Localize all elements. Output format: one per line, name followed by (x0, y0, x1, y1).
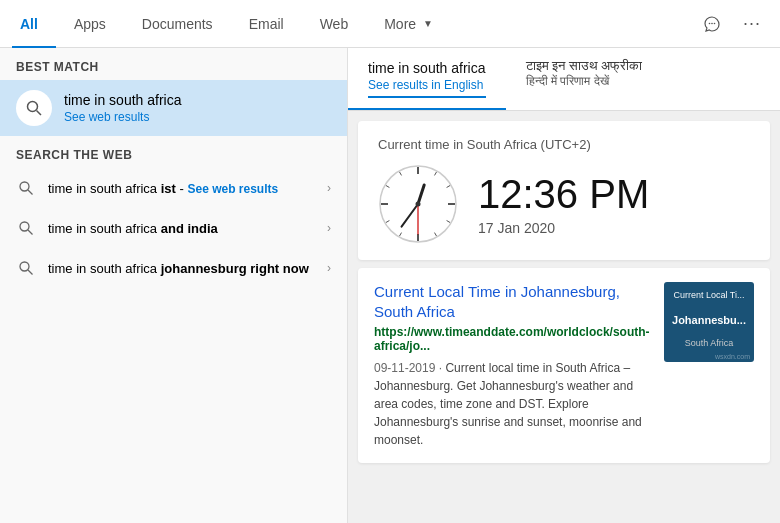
svg-point-9 (20, 262, 29, 271)
tab-query: time in south africa (368, 60, 486, 76)
suggestion-item-3[interactable]: time in south africa johannesburg right … (0, 248, 347, 288)
web-result-url: https://www.timeanddate.com/worldclock/s… (374, 325, 652, 353)
svg-point-0 (709, 22, 711, 24)
svg-point-7 (20, 222, 29, 231)
svg-point-27 (416, 202, 421, 207)
svg-line-8 (28, 230, 33, 235)
svg-line-10 (28, 270, 33, 275)
suggestion-text-2: time in south africa and india (48, 221, 315, 236)
svg-point-3 (28, 102, 38, 112)
clock-card: Current time in South Africa (UTC+2) (358, 121, 770, 260)
chevron-right-icon-3: › (327, 261, 331, 275)
svg-point-1 (711, 22, 713, 24)
search-icon (16, 90, 52, 126)
clock-time: 12:36 PM (478, 172, 649, 216)
tab-all[interactable]: All (12, 0, 56, 48)
chevron-down-icon: ▼ (423, 18, 433, 29)
svg-point-5 (20, 182, 29, 191)
suggestion-item-1[interactable]: time in south africa ist - See web resul… (0, 168, 347, 208)
svg-line-4 (37, 111, 42, 116)
suggestion-text-1: time in south africa ist - See web resul… (48, 181, 315, 196)
search-icon-suggestion-2 (16, 218, 36, 238)
tab-documents[interactable]: Documents (124, 0, 231, 48)
suggestion-item-2[interactable]: time in south africa and india › (0, 208, 347, 248)
chevron-right-icon-1: › (327, 181, 331, 195)
search-icon-suggestion-3 (16, 258, 36, 278)
best-match-item[interactable]: time in south africa See web results (0, 80, 347, 136)
web-result-title[interactable]: Current Local Time in Johannesburg, Sout… (374, 282, 652, 321)
clock-date: 17 Jan 2020 (478, 220, 649, 236)
best-match-subtitle: See web results (64, 110, 182, 124)
web-result-thumbnail: Current Local Ti... Johannesbu... South … (664, 282, 754, 362)
analog-clock (378, 164, 458, 244)
web-result-card: Current Local Time in Johannesburg, Sout… (358, 268, 770, 463)
tab-hindi-results[interactable]: टाइम इन साउथ अफ्रीका हिन्दी में परिणाम द… (506, 48, 663, 110)
top-navigation: All Apps Documents Email Web More ▼ ··· (0, 0, 780, 48)
watermark-text: wsxdn.com (715, 353, 750, 360)
thumbnail-title-text: Current Local Ti... (664, 286, 754, 306)
feedback-icon[interactable] (696, 8, 728, 40)
suggestion-text-3: time in south africa johannesburg right … (48, 261, 315, 276)
hindi-see-results: हिन्दी में परिणाम देखें (526, 74, 643, 88)
svg-point-2 (714, 22, 716, 24)
left-panel: Best match time in south africa See web … (0, 48, 348, 523)
clock-time-info: 12:36 PM 17 Jan 2020 (478, 172, 649, 236)
svg-line-6 (28, 190, 33, 195)
tab-apps[interactable]: Apps (56, 0, 124, 48)
tab-email[interactable]: Email (231, 0, 302, 48)
best-match-label: Best match (0, 48, 347, 80)
more-options-icon[interactable]: ··· (736, 8, 768, 40)
hindi-query: टाइम इन साउथ अफ्रीका (526, 58, 643, 74)
clock-header: Current time in South Africa (UTC+2) (378, 137, 750, 152)
chevron-right-icon-2: › (327, 221, 331, 235)
nav-icons: ··· (696, 8, 768, 40)
clock-body: 12:36 PM 17 Jan 2020 (378, 164, 750, 244)
thumbnail-city: Johannesbu... (664, 310, 754, 330)
search-icon-suggestion-1 (16, 178, 36, 198)
best-match-text: time in south africa See web results (64, 92, 182, 124)
tab-english-results[interactable]: time in south africa See results in Engl… (348, 48, 506, 110)
main-content: Best match time in south africa See web … (0, 48, 780, 523)
tab-more[interactable]: More ▼ (366, 0, 451, 48)
right-tabs: time in south africa See results in Engl… (348, 48, 780, 111)
right-panel: time in south africa See results in Engl… (348, 48, 780, 523)
thumbnail-subtitle: South Africa (664, 338, 754, 348)
tab-web[interactable]: Web (302, 0, 367, 48)
web-result-description: 09-11-2019 · Current local time in South… (374, 359, 652, 449)
best-match-title: time in south africa (64, 92, 182, 108)
web-result-text: Current Local Time in Johannesburg, Sout… (374, 282, 652, 449)
search-web-label: Search the web (0, 136, 347, 168)
see-results-english: See results in English (368, 78, 486, 98)
